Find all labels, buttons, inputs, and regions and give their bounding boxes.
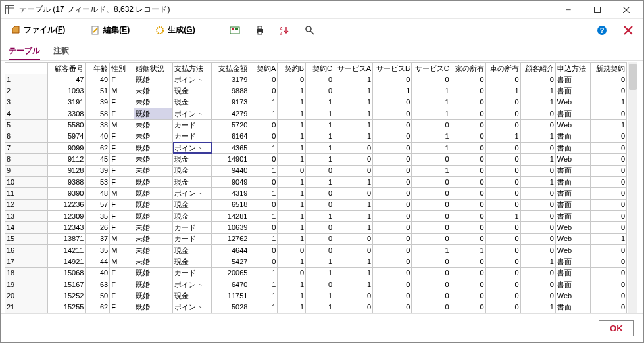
cell[interactable]: 現金 (173, 97, 212, 108)
cell[interactable]: 0 (278, 74, 306, 85)
cell[interactable]: 1 (412, 165, 451, 176)
cell[interactable]: 14211 (48, 244, 86, 256)
row-number-cell[interactable]: 3 (5, 97, 48, 108)
cell[interactable]: 0 (278, 165, 306, 176)
cell[interactable]: 0 (520, 108, 555, 119)
cell[interactable]: 書面 (555, 256, 590, 267)
cell[interactable]: 0 (412, 256, 451, 267)
cell[interactable]: 1 (278, 290, 306, 302)
cell[interactable]: 3191 (48, 97, 86, 108)
cell[interactable]: 0 (520, 120, 555, 131)
cell[interactable]: 0 (306, 244, 334, 256)
cell[interactable]: 書面 (555, 165, 590, 176)
cell[interactable]: 書面 (555, 302, 590, 313)
cell[interactable]: 1 (306, 176, 334, 187)
cell[interactable]: 9112 (48, 154, 86, 165)
cell[interactable]: 0 (451, 199, 485, 210)
cell[interactable]: 15255 (48, 302, 86, 313)
cell[interactable]: 0 (373, 120, 412, 131)
cell[interactable]: 1 (249, 188, 278, 199)
cell[interactable]: 現金 (173, 199, 212, 210)
cell[interactable]: 6518 (212, 199, 249, 210)
cell[interactable]: 0 (412, 267, 451, 279)
cell[interactable]: 0 (520, 233, 555, 244)
cell[interactable]: F (110, 210, 134, 221)
cell[interactable]: 1 (520, 302, 555, 313)
cell[interactable]: 0 (451, 120, 485, 131)
cell[interactable]: 未婚 (134, 244, 172, 256)
cell[interactable]: 1 (590, 233, 626, 244)
cell[interactable]: 1 (520, 176, 555, 187)
cell[interactable]: 38 (86, 120, 110, 131)
cell[interactable]: 4319 (212, 188, 249, 199)
row-number-cell[interactable]: 21 (5, 302, 48, 313)
cell[interactable]: 現金 (173, 85, 212, 97)
cell[interactable]: 現金 (173, 165, 212, 176)
cell[interactable]: M (110, 120, 134, 131)
table-row[interactable]: 8911245F未婚現金14901011000001Web0 (5, 154, 627, 165)
cell[interactable]: 0 (485, 222, 520, 233)
cell[interactable]: F (110, 176, 134, 187)
cell[interactable]: 1 (278, 210, 306, 221)
cell[interactable]: 0 (485, 120, 520, 131)
cell[interactable]: 既婚 (134, 302, 172, 313)
cell[interactable]: 0 (520, 279, 555, 290)
column-header[interactable]: 顧客番号 (48, 63, 86, 74)
cell[interactable]: 0 (373, 302, 412, 313)
cell[interactable]: Web (555, 233, 590, 244)
cell[interactable]: 37 (86, 233, 110, 244)
cell[interactable]: 1 (590, 97, 626, 108)
vertical-scrollbar[interactable] (628, 62, 637, 313)
cell[interactable]: 1 (412, 97, 451, 108)
cell[interactable]: 書面 (555, 142, 590, 153)
cell[interactable]: 1 (334, 74, 373, 85)
cell[interactable]: 0 (306, 188, 334, 199)
cell[interactable]: 0 (485, 199, 520, 210)
cell[interactable]: 0 (412, 154, 451, 165)
cell[interactable]: 現金 (173, 290, 212, 302)
cell[interactable]: 4279 (212, 108, 249, 119)
cell[interactable]: 0 (590, 279, 626, 290)
cell[interactable]: 9390 (48, 188, 86, 199)
cell[interactable]: 63 (86, 279, 110, 290)
cell[interactable]: 書面 (555, 131, 590, 142)
cell[interactable]: 5580 (48, 120, 86, 131)
tab-table[interactable]: テーブル (9, 45, 40, 60)
cell[interactable]: 4644 (212, 244, 249, 256)
edit-menu-button[interactable]: 編集(E) (84, 22, 136, 39)
row-number-cell[interactable]: 8 (5, 154, 48, 165)
cell[interactable]: 1 (249, 267, 278, 279)
cell[interactable]: F (110, 97, 134, 108)
cell[interactable]: 0 (412, 74, 451, 85)
cell[interactable]: 書面 (555, 199, 590, 210)
cell[interactable]: 12762 (212, 233, 249, 244)
cell[interactable]: 12309 (48, 210, 86, 221)
cell[interactable]: カード (173, 222, 212, 233)
column-header[interactable]: 家の所有 (451, 63, 485, 74)
cell[interactable]: 1 (278, 108, 306, 119)
cell[interactable]: 10639 (212, 222, 249, 233)
cell[interactable]: 1 (249, 97, 278, 108)
cell[interactable]: 1 (520, 85, 555, 97)
cell[interactable]: M (110, 188, 134, 199)
cell[interactable]: 1 (373, 85, 412, 97)
cell[interactable]: 0 (334, 302, 373, 313)
cell[interactable]: 0 (485, 154, 520, 165)
cell[interactable]: 0 (520, 142, 555, 153)
data-grid[interactable]: 顧客番号年齢性別婚姻状況支払方法支払金額契約A契約B契約CサービスAサービスBサ… (5, 62, 627, 313)
window-minimize-button[interactable]: ─ (554, 1, 583, 19)
cell[interactable]: 0 (520, 74, 555, 85)
cell[interactable]: 0 (373, 290, 412, 302)
table-row[interactable]: 14749F既婚ポイント3179000100000書面0 (5, 74, 627, 85)
search-button[interactable] (299, 22, 321, 39)
cell[interactable]: 1 (590, 120, 626, 131)
cell[interactable]: 1 (249, 165, 278, 176)
cell[interactable]: 0 (373, 244, 412, 256)
column-header[interactable]: 契約A (249, 63, 278, 74)
column-header[interactable]: 車の所有 (485, 63, 520, 74)
cell[interactable]: 未婚 (134, 233, 172, 244)
cell[interactable]: 0 (485, 302, 520, 313)
cell[interactable]: 0 (520, 199, 555, 210)
cell[interactable]: F (110, 74, 134, 85)
cell[interactable]: 0 (373, 176, 412, 187)
